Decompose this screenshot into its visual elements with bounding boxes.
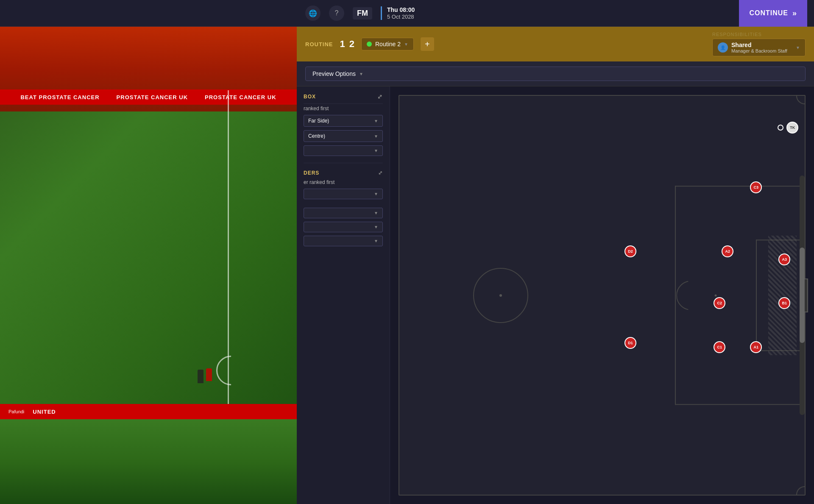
ad-text-bottom-1: Pafundi (8, 409, 24, 414)
divider-1 (304, 103, 383, 104)
corner-arc-top-right (796, 96, 805, 104)
resp-title: Shared (731, 42, 792, 48)
player-label-A3: A3 (782, 257, 787, 262)
player-label-A2: A2 (725, 249, 730, 253)
routine-name: Routine 2 (375, 41, 401, 47)
runners-label: DERS (304, 170, 319, 176)
player-label-B1: B1 (782, 301, 787, 305)
centre-dropdown-wrap: Centre) ▼ (304, 130, 383, 142)
time-display: Thu 08:00 5 Oct 2028 (381, 6, 420, 20)
player-marker-A2[interactable]: A2 (722, 245, 733, 257)
continue-arrow: » (792, 9, 797, 18)
fm-logo: FM (353, 7, 372, 19)
routine-numbers: 1 2 (340, 39, 355, 50)
resp-text: Shared Manager & Backroom Staff (731, 42, 792, 53)
corner-arc-bottom-right (796, 486, 805, 495)
controls-panel: BOX ⤢ ranked first Far Side) ▼ Centre) (297, 86, 390, 504)
resp-sub: Manager & Backroom Staff (731, 48, 792, 53)
time-text: Thu 08:00 (387, 6, 415, 14)
runners-expand-icon[interactable]: ⤢ (378, 170, 383, 176)
player-label-C1: C1 (717, 345, 722, 349)
routine-active-dot (367, 42, 372, 47)
centre-value: Centre) (308, 133, 325, 139)
ranked-first-row: ranked first (304, 106, 383, 111)
bottom-dropdown-1[interactable]: ▼ (304, 208, 383, 218)
resp-avatar: 👤 (718, 42, 728, 53)
globe-icon-btn[interactable]: 🌐 (305, 6, 321, 21)
main-content: BEAT PROSTATE CANCER PROSTATE CANCER UK … (0, 27, 814, 504)
add-routine-button[interactable]: + (421, 37, 434, 51)
resp-chevron: ▼ (796, 45, 800, 50)
box-expand-icon[interactable]: ⤢ (377, 93, 383, 100)
player-marker-D2[interactable]: D2 (624, 245, 636, 257)
player-marker-C2[interactable]: C2 (714, 297, 725, 309)
player-label-TK: TK (790, 125, 795, 130)
player-marker-B1[interactable]: B1 (778, 297, 790, 309)
preview-options-button[interactable]: Preview Options ▼ (305, 67, 806, 81)
continue-button[interactable]: CONTINUE » (739, 0, 807, 27)
centre-dropdown[interactable]: Centre) ▼ (304, 130, 383, 142)
bottom-dropdowns: ▼ ▼ ▼ (304, 208, 383, 246)
player-figure-1 (206, 368, 212, 381)
ad-text-bottom-2: UNITED (33, 409, 56, 415)
box-section-header: BOX ⤢ (304, 93, 383, 100)
bottom-dd1-chevron: ▼ (374, 211, 378, 215)
middle-section: BOX ⤢ ranked first Far Side) ▼ Centre) (297, 86, 814, 504)
ad-banner-bottom: Pafundi UNITED (0, 404, 297, 419)
extra-dropdown[interactable]: ▼ (304, 145, 383, 156)
section-runners: DERS ⤢ er ranked first ▼ (304, 170, 383, 199)
responsibilities-selector[interactable]: 👤 Shared Manager & Backroom Staff ▼ (712, 39, 806, 56)
far-side-value: Far Side) (308, 118, 329, 124)
far-side-chevron: ▼ (374, 119, 378, 123)
box-label: BOX (304, 94, 316, 100)
runners-section-header: DERS ⤢ (304, 170, 383, 176)
bottom-dropdown-3[interactable]: ▼ (304, 236, 383, 246)
responsibilities-section: RESPONSIBILITIES 👤 Shared Manager & Back… (712, 32, 806, 56)
player-marker-C1[interactable]: C1 (714, 341, 725, 353)
runner-ranked-text: er ranked first (304, 179, 335, 185)
responsibilities-label: RESPONSIBILITIES (712, 32, 806, 37)
player-marker-D1[interactable]: D1 (624, 337, 636, 349)
bottom-dd2-chevron: ▼ (374, 225, 378, 229)
bottom-dropdown-2[interactable]: ▼ (304, 222, 383, 232)
preview-options-label: Preview Options (312, 70, 356, 77)
player-marker-A3[interactable]: A3 (778, 253, 790, 265)
divider-2 (304, 163, 383, 163)
routine-num-2: 2 (349, 39, 354, 50)
routine-left: ROUTINE 1 2 Routine 2 ▼ + (305, 37, 434, 51)
pitch-visualization: TK C3 A2 A3 (390, 86, 814, 504)
routine-label: ROUTINE (305, 41, 333, 47)
routine-num-1: 1 (340, 39, 345, 50)
ranked-first-text: ranked first (304, 106, 329, 111)
far-side-dropdown[interactable]: Far Side) ▼ (304, 115, 383, 127)
preview-bar: Preview Options ▼ (297, 61, 814, 86)
help-icon-btn[interactable]: ? (329, 6, 344, 21)
player-label-C2: C2 (717, 301, 722, 305)
continue-label: CONTINUE (749, 9, 788, 17)
right-panel: ROUTINE 1 2 Routine 2 ▼ + RESPONSIBILITI… (297, 27, 814, 504)
routine-selector[interactable]: Routine 2 ▼ (361, 38, 414, 50)
player-figure-2 (198, 370, 204, 383)
date-text: 5 Oct 2028 (387, 14, 414, 20)
runner-dropdown[interactable]: ▼ (304, 189, 383, 199)
section-box: BOX ⤢ ranked first Far Side) ▼ Centre) (304, 93, 383, 156)
scrollbar-thumb (800, 248, 805, 343)
centre-chevron: ▼ (374, 134, 378, 139)
corner-arc (216, 356, 246, 385)
player-marker-circle (778, 125, 783, 131)
pitch-field: TK C3 A2 A3 (399, 95, 806, 496)
pitch-scrollbar[interactable] (800, 175, 805, 415)
player-label-D1: D1 (628, 341, 633, 345)
player-marker-TK[interactable]: TK (786, 122, 798, 134)
player-marker-A1[interactable]: A1 (750, 341, 762, 353)
routine-chevron: ▼ (404, 42, 408, 47)
player-label-A1: A1 (754, 345, 759, 349)
top-bar-center: 🌐 ? FM Thu 08:00 5 Oct 2028 (305, 6, 420, 21)
extra-dropdown-wrap: ▼ (304, 145, 383, 156)
pitch-background: BEAT PROSTATE CANCER PROSTATE CANCER UK … (0, 27, 297, 504)
bottom-dd3-chevron: ▼ (374, 239, 378, 243)
player-marker-C3[interactable]: C3 (750, 181, 762, 193)
runner-ranked-row: er ranked first (304, 179, 383, 185)
routine-label-text: ROUTINE (305, 40, 333, 48)
top-bar: 🌐 ? FM Thu 08:00 5 Oct 2028 CONTINUE » (0, 0, 814, 27)
